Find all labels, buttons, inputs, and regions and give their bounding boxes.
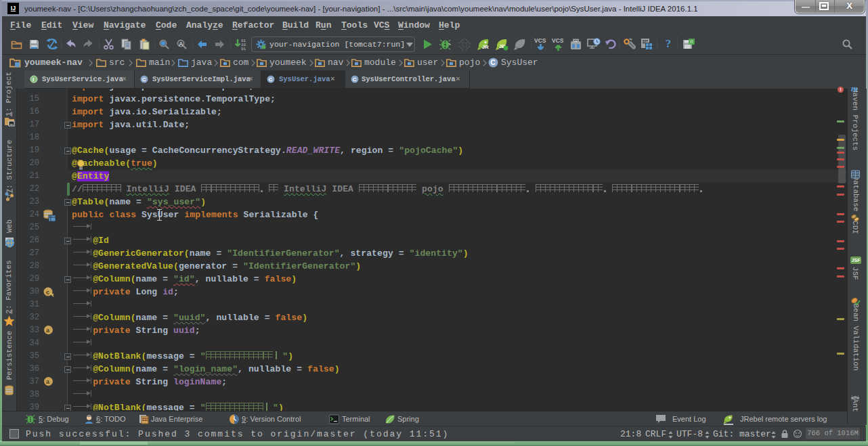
svg-text:C: C — [269, 76, 273, 83]
svg-text:c: c — [46, 289, 49, 296]
svg-text:VCS: VCS — [534, 37, 546, 44]
svg-text:C: C — [142, 76, 146, 83]
svg-text:I: I — [32, 76, 34, 83]
svg-text:JR: JR — [482, 44, 489, 50]
svg-text:C: C — [491, 59, 496, 66]
svg-text:01: 01 — [241, 47, 246, 51]
svg-text:VCS: VCS — [552, 37, 564, 44]
svg-text:A: A — [179, 41, 183, 47]
svg-text:C: C — [353, 76, 357, 83]
